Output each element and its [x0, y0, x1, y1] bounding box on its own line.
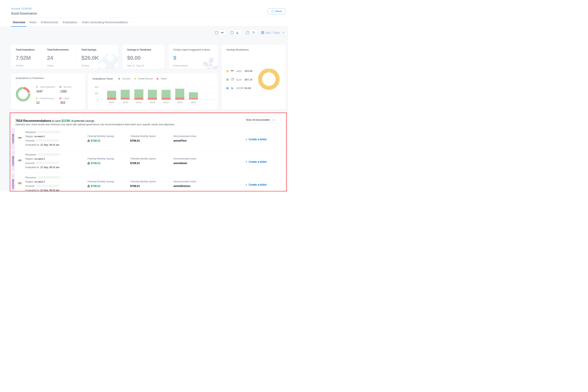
svg-text:aws: aws [231, 70, 234, 71]
svg-text:09/18: 09/18 [122, 101, 128, 104]
svg-text:320: 320 [94, 86, 98, 88]
svg-text:09/20: 09/20 [150, 101, 155, 104]
svg-text:09/23: 09/23 [190, 101, 196, 104]
svg-text:160: 160 [94, 92, 98, 94]
svg-text:09/22: 09/22 [177, 101, 182, 104]
svg-text:0: 0 [97, 98, 98, 101]
svg-text:09/19: 09/19 [136, 101, 142, 104]
svg-text:09/17: 09/17 [109, 101, 114, 104]
svg-text:09/21: 09/21 [163, 101, 169, 104]
svg-text:aws: aws [221, 32, 224, 33]
